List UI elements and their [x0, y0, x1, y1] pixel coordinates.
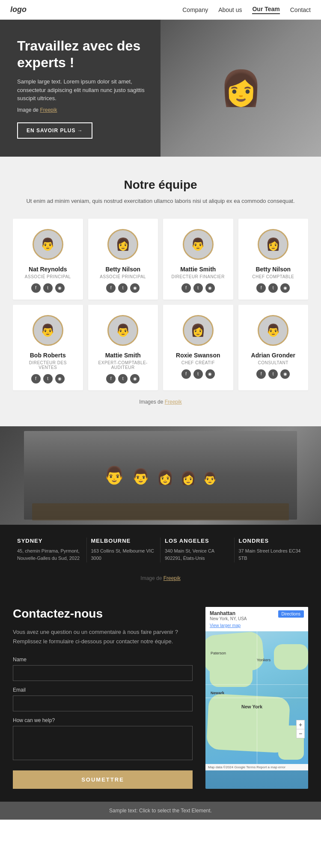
instagram-icon[interactable]: ◉ [55, 374, 65, 383]
freepik-link-office[interactable]: Freepik [163, 575, 181, 581]
map-label-paterson: Paterson [211, 651, 226, 655]
facebook-icon[interactable]: f [106, 283, 116, 293]
team-avatar: 👩 [258, 229, 288, 260]
team-member-name: Adrian Gronder [251, 352, 295, 359]
nav-contact[interactable]: Contact [290, 6, 311, 13]
facebook-icon[interactable]: f [181, 369, 191, 379]
hero-credit: Image de Freepik [17, 106, 160, 114]
facebook-icon[interactable]: f [256, 283, 266, 293]
facebook-icon[interactable]: f [31, 283, 41, 293]
twitter-icon[interactable]: t [118, 374, 128, 383]
team-card: 👩 Betty Nilson CHEF COMPTABLE f t ◉ [238, 219, 309, 300]
office-image-inner: 👨 👨 👩 👩 👨 [24, 431, 297, 520]
team-member-name: Mattie Smith [180, 266, 216, 273]
hero-title: Travaillez avec des experts ! [17, 38, 160, 71]
map-container-wrapper: Directions Manhattan New York, NY, USA V… [205, 607, 308, 789]
email-field-group: Email [13, 687, 193, 711]
name-input[interactable] [13, 665, 193, 681]
social-icons: f t ◉ [31, 283, 65, 293]
hero-image: 👩 [160, 20, 321, 157]
team-card: 👨 Nat Reynolds ASSOCIÉ PRINCIPAL f t ◉ [13, 219, 83, 300]
map-label-newyork: New York [241, 704, 262, 709]
name-label: Name [13, 657, 193, 663]
map-zoom-out[interactable]: − [297, 729, 304, 738]
office-location: MELBOURNE 163 Collins St, Melbourne VIC … [87, 538, 161, 562]
hero-section: Travaillez avec des experts ! Sample lar… [0, 20, 321, 157]
map-container: Directions Manhattan New York, NY, USA V… [205, 607, 308, 789]
instagram-icon[interactable]: ◉ [205, 283, 215, 293]
team-member-role: ASSOCIÉ PRINCIPAL [100, 274, 146, 279]
instagram-icon[interactable]: ◉ [280, 283, 290, 293]
team-member-role: DIRECTEUR DES VENTES [20, 360, 76, 370]
instagram-icon[interactable]: ◉ [205, 369, 215, 379]
twitter-icon[interactable]: t [193, 369, 203, 379]
team-subtitle: Ut enim ad minim veniam, quis nostrud ex… [13, 197, 308, 206]
office-location: LOS ANGELES 340 Main St, Venice CA 90229… [160, 538, 235, 562]
freepik-link-hero[interactable]: Freepik [40, 107, 57, 113]
map-zoom-in[interactable]: + [297, 720, 304, 729]
team-avatar: 👨 [258, 315, 288, 346]
team-card: 👨 Bob Roberts DIRECTEUR DES VENTES f t ◉ [13, 305, 83, 390]
instagram-icon[interactable]: ◉ [280, 369, 290, 379]
team-card: 👩 Betty Nilson ASSOCIÉ PRINCIPAL f t ◉ [88, 219, 158, 300]
social-icons: f t ◉ [106, 374, 140, 383]
twitter-icon[interactable]: t [43, 374, 53, 383]
instagram-icon[interactable]: ◉ [55, 283, 65, 293]
hero-content: Travaillez avec des experts ! Sample lar… [0, 21, 177, 155]
directions-button[interactable]: Directions [278, 610, 304, 618]
twitter-icon[interactable]: t [43, 283, 53, 293]
instagram-icon[interactable]: ◉ [130, 374, 140, 383]
nav-ourteam[interactable]: Our Team [252, 6, 279, 14]
freepik-link-team[interactable]: Freepik [165, 399, 182, 405]
team-member-role: DIRECTEUR FINANCIER [171, 274, 225, 279]
facebook-icon[interactable]: f [31, 374, 41, 383]
city-address: 340 Main St, Venice CA 902291, États-Uni… [165, 547, 230, 562]
map-footer: Map data ©2024 Google Terms Report a map… [205, 764, 308, 770]
nav-company[interactable]: Company [182, 6, 208, 13]
submit-button[interactable]: SOUMETTRE [13, 770, 193, 789]
city-name: SYDNEY [17, 538, 82, 544]
facebook-icon[interactable]: f [256, 369, 266, 379]
social-icons: f t ◉ [256, 283, 290, 293]
team-member-role: CONSULTANT [258, 360, 288, 365]
twitter-icon[interactable]: t [268, 369, 278, 379]
hero-cta-button[interactable]: EN SAVOIR PLUS → [17, 122, 92, 139]
nav-about[interactable]: About us [218, 6, 242, 13]
hero-description: Sample large text. Lorem ipsum dolor sit… [17, 77, 160, 103]
team-member-name: Roxie Swanson [176, 352, 220, 359]
team-avatar: 👩 [107, 229, 138, 260]
twitter-icon[interactable]: t [268, 283, 278, 293]
instagram-icon[interactable]: ◉ [130, 283, 140, 293]
map-header: Directions Manhattan New York, NY, USA V… [205, 607, 308, 631]
social-icons: f t ◉ [31, 374, 65, 383]
office-locations: SYDNEY 45, chemin Pirrama, Pyrmont, Nouv… [0, 525, 321, 571]
social-icons: f t ◉ [181, 369, 215, 379]
team-avatar: 👨 [33, 315, 63, 346]
office-location: SYDNEY 45, chemin Pirrama, Pyrmont, Nouv… [13, 538, 87, 562]
name-field-group: Name [13, 657, 193, 681]
contact-description: Vous avez une question ou un commentaire… [13, 627, 193, 646]
twitter-icon[interactable]: t [193, 283, 203, 293]
bottom-bar: Sample text: Click to select the Text El… [0, 802, 321, 820]
city-address: 163 Collins St, Melbourne VIC 3000 [91, 547, 156, 562]
office-freepik-note: Image de Freepik [0, 571, 321, 590]
twitter-icon[interactable]: t [118, 283, 128, 293]
team-member-role: CHEF COMPTABLE [252, 274, 294, 279]
office-image: 👨 👨 👩 👩 👨 [0, 426, 321, 525]
email-input[interactable] [13, 696, 193, 711]
city-name: LONDRES [239, 538, 304, 544]
facebook-icon[interactable]: f [106, 374, 116, 383]
team-card: 👩 Roxie Swanson CHEF CRÉATIF f t ◉ [163, 305, 233, 390]
message-textarea[interactable] [13, 726, 193, 760]
facebook-icon[interactable]: f [181, 283, 191, 293]
team-avatar: 👨 [33, 229, 63, 260]
map-body: Newark New York Yonkers Paterson + − [205, 631, 308, 764]
team-grid: 👨 Nat Reynolds ASSOCIÉ PRINCIPAL f t ◉ 👩… [13, 219, 308, 390]
team-section: Notre équipe Ut enim ad minim veniam, qu… [0, 157, 321, 426]
team-member-name: Betty Nilson [256, 266, 291, 273]
social-icons: f t ◉ [256, 369, 290, 379]
navbar: logo Company About us Our Team Contact [0, 0, 321, 20]
map-label-yonkers: Yonkers [257, 658, 270, 662]
view-larger-map-link[interactable]: View larger map [210, 623, 241, 628]
city-name: MELBOURNE [91, 538, 156, 544]
